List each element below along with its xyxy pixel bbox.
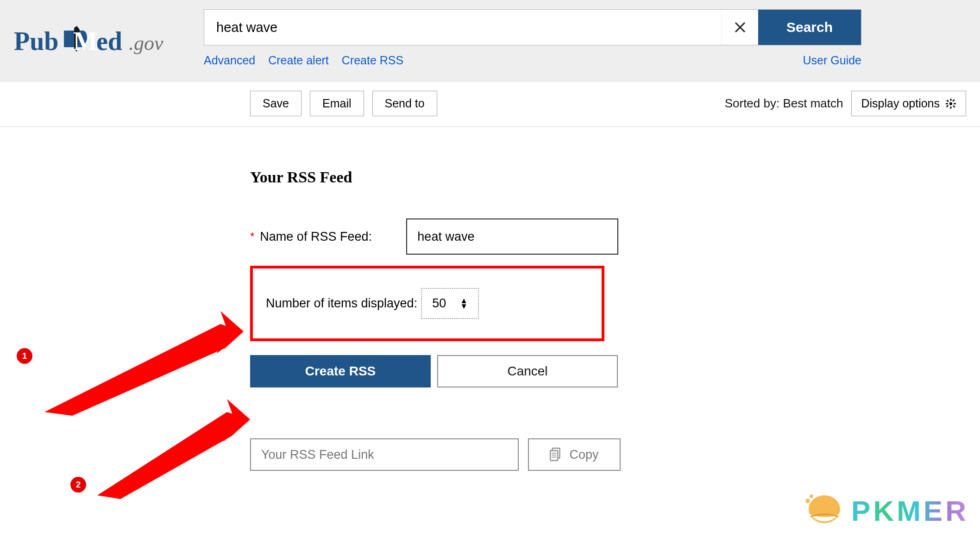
annotation-badge-1: 1 [17, 348, 32, 364]
svg-marker-20 [97, 412, 250, 499]
svg-rect-10 [953, 105, 955, 108]
annotation-arrow-2 [97, 393, 250, 500]
display-options-button[interactable]: Display options [851, 91, 966, 116]
sub-links-row: Advanced Create alert Create RSS User Gu… [204, 54, 861, 67]
svg-rect-6 [950, 106, 952, 109]
display-options-label: Display options [861, 97, 940, 110]
svg-text:.gov: .gov [129, 32, 163, 55]
svg-rect-7 [946, 103, 948, 104]
svg-rect-5 [950, 99, 952, 101]
sorted-by-text: Sorted by: Best match [725, 96, 843, 111]
copy-icon [550, 448, 562, 462]
svg-point-22 [805, 499, 810, 503]
search-column: Search Advanced Create alert Create RSS … [204, 9, 861, 67]
clear-search-button[interactable] [721, 10, 758, 45]
annotation-badge-2: 2 [70, 477, 86, 493]
svg-point-23 [810, 494, 813, 498]
rss-link-input[interactable] [250, 438, 519, 471]
email-button[interactable]: Email [310, 91, 364, 116]
create-rss-button[interactable]: Create RSS [250, 355, 431, 387]
items-select[interactable]: 50 ▲▼ [421, 288, 479, 319]
user-guide-link[interactable]: User Guide [803, 54, 861, 67]
create-alert-link[interactable]: Create alert [268, 54, 329, 67]
button-row: Create RSS Cancel [250, 355, 966, 387]
copy-label: Copy [569, 448, 598, 462]
name-row: * Name of RSS Feed: [250, 219, 966, 255]
copy-button[interactable]: Copy [528, 438, 621, 471]
search-input[interactable] [204, 10, 721, 45]
required-star: * [250, 230, 254, 243]
svg-rect-9 [946, 100, 949, 102]
search-button[interactable]: Search [758, 10, 861, 45]
name-label: Name of RSS Feed: [260, 230, 406, 244]
gear-icon [945, 98, 956, 109]
svg-rect-12 [946, 105, 949, 107]
svg-rect-11 [952, 99, 955, 102]
create-rss-link[interactable]: Create RSS [342, 54, 403, 67]
header-bar: Pub M ed .gov Search Advanced Create ale… [0, 0, 980, 81]
svg-rect-14 [551, 450, 558, 460]
pkmer-logo-icon [801, 493, 843, 529]
items-row-highlight: Number of items displayed: 50 ▲▼ [250, 266, 604, 341]
pubmed-logo[interactable]: Pub M ed .gov [14, 26, 176, 58]
svg-text:M: M [73, 27, 98, 56]
rss-title: Your RSS Feed [250, 169, 966, 186]
link-row: Copy [250, 438, 966, 471]
send-to-button[interactable]: Send to [372, 91, 437, 116]
svg-text:ed: ed [96, 27, 122, 56]
cancel-button[interactable]: Cancel [437, 355, 618, 387]
svg-point-4 [949, 102, 952, 105]
save-button[interactable]: Save [250, 91, 302, 116]
advanced-link[interactable]: Advanced [204, 54, 255, 67]
pkmer-text: PKMER [851, 494, 969, 527]
search-row: Search [204, 9, 861, 45]
items-value: 50 [432, 296, 446, 311]
pkmer-watermark: PKMER [801, 493, 969, 529]
svg-rect-8 [954, 103, 956, 104]
rss-name-input[interactable] [406, 219, 618, 255]
results-toolbar: Save Email Send to Sorted by: Best match… [0, 81, 980, 127]
svg-text:Pub: Pub [14, 27, 59, 56]
select-arrows-icon: ▲▼ [460, 298, 468, 309]
close-icon [733, 20, 747, 34]
items-label: Number of items displayed: [266, 296, 417, 311]
